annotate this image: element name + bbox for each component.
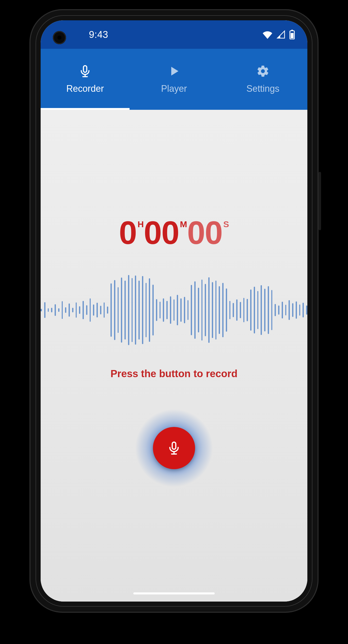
unit-m: M [180, 219, 186, 229]
waveform-bar [44, 302, 45, 318]
waveform-bar [69, 303, 70, 317]
status-icons [262, 30, 295, 39]
waveform-bar [128, 275, 129, 345]
svg-rect-6 [172, 442, 176, 449]
waveform-bar [236, 299, 238, 321]
waveform-bar [62, 301, 63, 319]
camera-hole [53, 31, 66, 44]
waveform-bar [264, 289, 265, 331]
main-area: 0 H 00 M 00 S Press the button to record [41, 110, 307, 602]
waveform-bar [51, 308, 52, 312]
waveform-bar [72, 308, 73, 312]
waveform-bar [254, 287, 255, 333]
waveform-bar [250, 289, 251, 331]
waveform-bar [142, 276, 143, 344]
waveform-bar [285, 305, 287, 315]
waveform-bar [296, 301, 297, 319]
waveform-bar [271, 290, 273, 330]
waveform-bar [100, 306, 101, 314]
waveform-bar [173, 299, 175, 321]
gear-icon [256, 65, 270, 78]
waveform-bar [243, 298, 245, 322]
waveform-bar [180, 298, 182, 322]
waveform-bar [41, 309, 42, 311]
waveform-bar [229, 301, 231, 319]
signal-icon [276, 30, 286, 39]
tab-player[interactable]: Player [130, 49, 218, 110]
waveform-bar [187, 300, 189, 320]
waveform-bar [79, 306, 80, 314]
waveform-bar [278, 305, 279, 315]
tab-label: Player [161, 83, 187, 94]
phone-frame: 9:43 [29, 9, 319, 613]
timer-hours: 0 [119, 217, 136, 249]
waveform-bar [135, 275, 136, 345]
waveform-bar [93, 304, 94, 316]
record-button-glow [128, 402, 220, 494]
timer-minutes: 00 [144, 217, 179, 249]
waveform-bar [198, 288, 199, 332]
waveform-bar [156, 299, 157, 321]
waveform-bar [114, 280, 115, 340]
unit-h: H [137, 219, 143, 229]
waveform-bar [212, 282, 213, 338]
waveform-bar [110, 283, 112, 337]
svg-rect-2 [291, 33, 293, 38]
microphone-icon [167, 441, 181, 455]
status-bar: 9:43 [41, 20, 307, 49]
battery-icon [289, 30, 295, 39]
svg-rect-3 [84, 66, 87, 72]
waveform-bar [163, 298, 164, 322]
waveform-bar [83, 301, 84, 319]
waveform-bar [138, 281, 140, 340]
microphone-icon [78, 65, 92, 78]
waveform-bar [177, 295, 178, 325]
waveform-bar [205, 284, 206, 336]
waveform-bar [219, 286, 220, 334]
waveform-bar [76, 302, 77, 318]
phone-side-button [319, 172, 321, 230]
waveform-bar [86, 305, 87, 315]
waveform-bar [121, 278, 122, 343]
waveform-bar [233, 303, 234, 317]
waveform-bar [132, 278, 133, 342]
waveform-bar [166, 301, 168, 319]
record-hint: Press the button to record [110, 368, 238, 379]
waveform-bar [215, 281, 217, 340]
waveform-bar [55, 304, 56, 316]
waveform-bar [306, 305, 307, 315]
waveform-bar [152, 285, 154, 335]
waveform-bar [257, 291, 259, 329]
timer-seconds: 00 [187, 217, 222, 249]
waveform-bar [146, 283, 147, 337]
waveform-bar [118, 287, 119, 333]
waveform-bar [107, 306, 108, 314]
home-indicator[interactable] [133, 592, 215, 594]
waveform-bar [275, 304, 276, 316]
waveform-bar [282, 302, 283, 318]
status-time: 9:43 [89, 29, 108, 40]
tab-recorder[interactable]: Recorder [41, 49, 130, 110]
waveform-bar [97, 303, 98, 317]
recording-timer: 0 H 00 M 00 S [119, 217, 229, 249]
tab-settings[interactable]: Settings [218, 49, 307, 110]
waveform-bar [261, 285, 262, 335]
waveform-bar [124, 281, 126, 340]
tab-label: Settings [246, 83, 279, 94]
waveform-bar [303, 303, 304, 317]
waveform-bar [222, 283, 224, 337]
waveform-bar [292, 303, 293, 317]
screen: 9:43 [41, 20, 307, 602]
record-button[interactable] [153, 427, 195, 469]
waveform-bar [65, 307, 66, 313]
waveform-bar [201, 280, 203, 341]
waveform-bar [299, 304, 300, 316]
waveform-bar [191, 285, 192, 335]
waveform-bar [90, 298, 91, 322]
waveform-bar [268, 286, 269, 334]
waveform-bar [208, 277, 210, 343]
waveform-bar [240, 302, 241, 318]
tab-bar: Recorder Player Settings [41, 49, 307, 110]
waveform-bar [194, 281, 196, 339]
waveform-bar [289, 300, 290, 320]
